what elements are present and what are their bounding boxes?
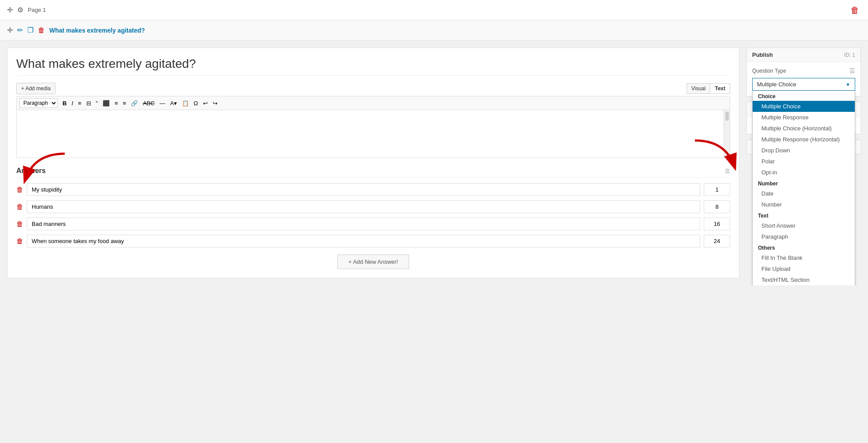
editor-content-inner[interactable] [17,110,724,158]
answer-delete-2[interactable]: 🗑 [16,203,23,211]
unordered-list-button[interactable]: ≡ [76,99,83,107]
edit-breadcrumb-icon[interactable]: ✏ [17,26,23,34]
top-trash-icon[interactable]: 🗑 [850,5,859,15]
redo-button[interactable]: ↪ [211,99,219,107]
dropdown-item-date[interactable]: Date [753,188,855,199]
ordered-list-button[interactable]: ⊟ [85,99,93,107]
answer-row-3: 🗑 [16,218,730,230]
paragraph-select[interactable]: Paragraph Heading 1 Heading 2 Heading 3 [19,98,58,108]
bold-button[interactable]: B [61,99,68,107]
question-type-dropdown[interactable]: Multiple Choice ▼ Choice Multiple Choice… [752,78,855,91]
duplicate-breadcrumb-icon[interactable]: ❐ [27,26,33,34]
group-label-others: Others [753,242,855,252]
dropdown-item-drop-down[interactable]: Drop Down [753,145,855,156]
question-type-icon: ☰ [850,67,855,74]
answer-value-1[interactable] [704,183,730,196]
visual-tab[interactable]: Visual [687,84,710,93]
editor-scrollbar[interactable] [724,110,730,158]
group-label-number: Number [753,178,855,188]
paste-button[interactable]: 📋 [180,99,191,107]
answer-value-3[interactable] [704,218,730,230]
answer-delete-1[interactable]: 🗑 [16,186,23,194]
undo-button[interactable]: ↩ [201,99,210,107]
answer-row-1: 🗑 [16,183,730,196]
chevron-down-icon: ▼ [846,82,850,87]
move-icon: ✛ [7,6,13,14]
link-button[interactable]: 🔗 [129,99,140,107]
strikethrough-button[interactable]: ABC [141,99,156,107]
answer-row-2: 🗑 [16,200,730,213]
answer-input-3[interactable] [27,218,700,230]
dropdown-item-file-upload[interactable]: File Upload [753,263,855,274]
align-center-button[interactable]: ≡ [113,99,120,107]
group-label-choice: Choice [753,91,855,101]
editor-title: What makes extremely agitated? [16,57,730,76]
selected-type-label: Multiple Choice [757,81,796,88]
answers-title: Answers [16,167,46,175]
publish-id: ID: 1 [844,52,855,58]
hr-button[interactable]: — [158,99,167,107]
answer-row-4: 🗑 [16,235,730,247]
dropdown-item-multiple-response-h[interactable]: Multiple Response (Horizontal) [753,134,855,145]
format-bar: Paragraph Heading 1 Heading 2 Heading 3 … [16,96,730,110]
add-media-button[interactable]: + Add media [16,83,55,94]
dropdown-item-multiple-choice-h[interactable]: Multiple Choice (Horizontal) [753,123,855,134]
text-color-button[interactable]: A▾ [168,99,179,107]
dropdown-item-number[interactable]: Number [753,199,855,210]
gear-icon: ⚙ [17,6,23,14]
page-title: Page 1 [28,7,46,13]
breadcrumb: ✛ ✏ ❐ 🗑 What makes extremely agitated? [0,20,868,41]
breadcrumb-question-title: What makes extremely agitated? [49,27,145,34]
answer-value-2[interactable] [704,200,730,213]
dropdown-selected[interactable]: Multiple Choice ▼ [752,78,855,91]
dropdown-item-short-answer[interactable]: Short Answer [753,220,855,231]
align-right-button[interactable]: ≡ [121,99,128,107]
publish-title: Publish [752,52,773,58]
answer-value-4[interactable] [704,235,730,247]
dropdown-item-text-html[interactable]: Text/HTML Section [753,274,855,285]
editor-content[interactable] [16,110,730,158]
italic-button[interactable]: I [70,99,75,107]
answers-section: Answers ☰ 🗑 🗑 🗑 🗑 [16,167,730,269]
delete-breadcrumb-icon[interactable]: 🗑 [38,26,45,34]
align-left-button[interactable]: ⬛ [101,99,111,107]
editor-area: What makes extremely agitated? + Add med… [7,48,739,278]
blockquote-button[interactable]: " [94,99,100,107]
dropdown-item-polar[interactable]: Polar [753,156,855,167]
answers-icon: ☰ [725,168,730,174]
dropdown-menu: Choice Multiple Choice Multiple Response… [752,91,855,285]
add-answer-button[interactable]: + Add New Answer! [337,255,409,269]
text-tab[interactable]: Text [710,84,730,93]
move-breadcrumb-icon[interactable]: ✛ [7,26,13,34]
dropdown-item-multiple-response[interactable]: Multiple Response [753,112,855,123]
dropdown-item-multiple-choice[interactable]: Multiple Choice [753,101,855,112]
char-map-button[interactable]: Ω [192,99,200,107]
sidebar: Publish ID: 1 Question Type ☰ Multiple C… [746,48,861,154]
dropdown-item-paragraph[interactable]: Paragraph [753,231,855,242]
answer-input-4[interactable] [27,235,700,247]
dropdown-item-fill-blank[interactable]: Fill In The Blank [753,252,855,263]
answer-delete-3[interactable]: 🗑 [16,220,23,228]
answer-delete-4[interactable]: 🗑 [16,237,23,245]
answer-input-1[interactable] [27,183,700,196]
group-label-text: Text [753,210,855,220]
dropdown-item-opt-in[interactable]: Opt-in [753,167,855,178]
publish-box: Publish ID: 1 Question Type ☰ Multiple C… [746,48,861,96]
question-type-label: Question Type [752,68,786,74]
answer-input-2[interactable] [27,200,700,213]
